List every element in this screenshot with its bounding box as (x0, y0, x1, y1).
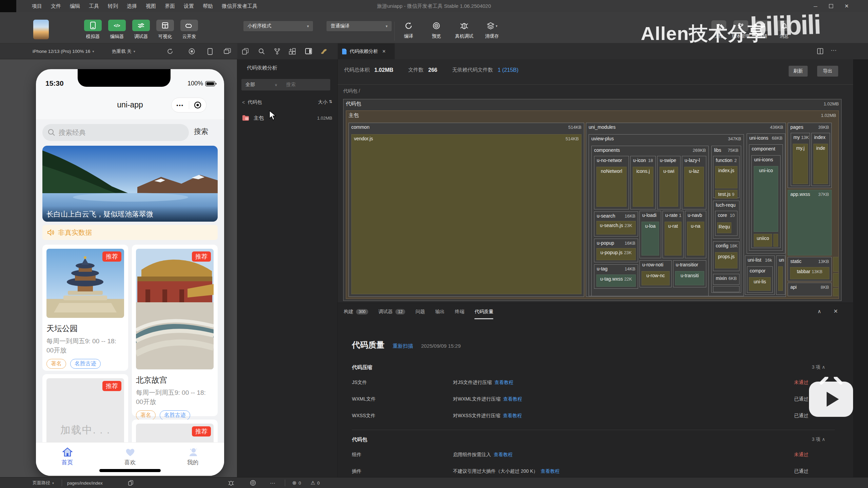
console-tab[interactable]: 构建300 (344, 303, 368, 321)
miniprogram-capsule[interactable]: ••• (171, 98, 206, 113)
filter-bar[interactable]: 全部 ∨ 搜索 (241, 79, 330, 90)
record-icon[interactable] (189, 48, 195, 55)
page-path-select[interactable]: 页面路径 ▾ (33, 477, 54, 488)
treemap-node-icons.j[interactable]: icons.j (633, 167, 653, 207)
menu-item[interactable]: 界面 (165, 3, 175, 9)
menu-item[interactable]: 项目 (32, 3, 42, 9)
visualization-toggle[interactable]: 可视化 (156, 20, 175, 40)
attraction-card[interactable]: 推荐 天坛公园 每周一到周五9: 00 -- 18: 00开放 著名 名胜古迹 (42, 245, 128, 371)
search-icon[interactable] (258, 48, 265, 55)
menu-item[interactable]: 微信开发者工具 (222, 3, 257, 9)
treemap-node-app.wxss[interactable]: app.wxss37KB (788, 190, 832, 256)
details-button[interactable]: 详情 (755, 20, 771, 39)
bug-icon[interactable] (228, 477, 234, 488)
rescan-link[interactable]: 重新扫描 (393, 343, 413, 349)
treemap-node-unnamed[interactable] (833, 273, 839, 287)
treemap-node-u-laz[interactable]: u-laz (684, 167, 704, 207)
layout-panel-icon[interactable] (305, 48, 312, 54)
tutorial-link[interactable]: 查看教程 (503, 396, 522, 402)
section-collapse[interactable]: 3 项 ∧ (812, 436, 825, 443)
warning-counter[interactable]: ⚠ 0 (311, 477, 320, 488)
treemap-node-vendor.js[interactable]: vendor.js514KB (351, 134, 581, 294)
project-avatar[interactable] (33, 20, 49, 39)
multi-window-icon[interactable] (224, 48, 231, 54)
simulator-toggle[interactable]: 模拟器 (83, 20, 102, 40)
tutorial-link[interactable]: 查看教程 (503, 413, 522, 418)
treemap-node-u-transiti[interactable]: u-transiti (675, 271, 704, 285)
treemap-node-unnamed[interactable] (773, 234, 778, 247)
search-placeholder[interactable]: 搜索 (286, 82, 296, 88)
tab-mine[interactable]: 我的 (161, 443, 224, 476)
minimize-button[interactable]: ─ (808, 0, 823, 12)
more-icon[interactable]: ⋯ (831, 47, 836, 54)
menu-item[interactable]: 设置 (184, 3, 194, 9)
copy-icon[interactable] (128, 477, 133, 488)
search-button[interactable]: 搜索 (194, 127, 208, 136)
console-tab[interactable]: 问题 (415, 303, 425, 321)
tab-dependency-analysis[interactable]: 代码依赖分析 ✕ (338, 43, 395, 59)
treemap-node-index.js[interactable]: index.js (715, 166, 737, 188)
banner-image[interactable]: 长白山上白云飞，疑似瑶池落翠微 (42, 146, 218, 222)
maximize-button[interactable] (823, 0, 839, 12)
theme-brush-icon[interactable] (320, 48, 327, 54)
treemap-node-u-loa[interactable]: u-loa (642, 222, 659, 256)
console-tab[interactable]: 调试器12 (378, 303, 405, 321)
console-tab[interactable]: 终端 (455, 303, 464, 321)
hot-reload-select[interactable]: 热重载 关 ▾ (112, 43, 135, 59)
treemap-node-api[interactable]: api8KB (788, 283, 832, 296)
close-tab-icon[interactable]: ✕ (382, 49, 386, 54)
collapse-panel-icon[interactable]: ∧ (817, 308, 821, 314)
split-editor-icon[interactable] (817, 48, 823, 54)
treemap-node-uniico[interactable]: uniico (754, 234, 772, 247)
attraction-card[interactable]: 推荐 北京故宫 每周一到周五9: 00 -- 18: 00开放 著名 名胜古迹 (132, 245, 218, 416)
menu-item[interactable]: 转到 (108, 3, 118, 9)
upload-button[interactable]: 上传 (711, 20, 727, 39)
no-dependency-files-link[interactable]: 1 (215B) (498, 67, 518, 73)
refresh-button[interactable]: 刷新 (789, 66, 808, 77)
more-icon[interactable]: ⋯ (270, 477, 275, 488)
menu-item[interactable]: 视图 (146, 3, 156, 9)
compile-mode-select[interactable]: 普通编译 ▾ (327, 21, 392, 31)
filter-select[interactable]: 全部 (245, 82, 255, 88)
treemap-node-mixin[interactable]: mixin6KB (713, 274, 739, 285)
extensions-icon[interactable] (289, 48, 296, 55)
treemap-node-Requ[interactable]: Requ (717, 222, 731, 233)
device-select[interactable]: iPhone 12/13 (Pro) 100% 16 ▾ (33, 43, 94, 59)
back-icon[interactable]: < (242, 100, 245, 105)
export-button[interactable]: 导出 (817, 66, 838, 77)
cloud-dev-toggle[interactable]: 云开发 (180, 20, 199, 40)
tab-home[interactable]: 首页 (36, 443, 99, 476)
treemap-node-u-rat[interactable]: u-rat (665, 222, 682, 256)
remote-debug-button[interactable]: 真机调试 (454, 20, 474, 39)
fork-icon[interactable] (274, 48, 280, 55)
menu-item[interactable]: 帮助 (203, 3, 213, 9)
compile-button[interactable]: 编译 (399, 20, 418, 39)
console-tab[interactable]: 代码质量 (474, 303, 493, 321)
menu-item[interactable]: 工具 (89, 3, 99, 9)
device-frame-icon[interactable] (208, 48, 213, 55)
treemap-node-u-row-nc[interactable]: u-row-nc (642, 271, 670, 285)
eye-icon[interactable] (250, 477, 256, 488)
treemap-node-u-tag.wxss[interactable]: u-tag.wxss22K (596, 274, 636, 287)
treemap-node-noNetworl[interactable]: noNetworl (596, 167, 627, 207)
more-icon[interactable]: ••• (172, 102, 189, 108)
treemap-node-uni-lis[interactable]: uni-lis (749, 277, 771, 291)
error-counter[interactable]: ⊗ 0 (292, 477, 301, 488)
search-input[interactable]: 搜索经典 (42, 124, 189, 141)
console-tab[interactable]: 输出 (435, 303, 445, 321)
messages-button[interactable]: 消息 (776, 20, 792, 39)
treemap-node-u-popup.js[interactable]: u-popup.js23K (596, 248, 636, 260)
version-control-button[interactable]: 版本管理 (732, 20, 750, 39)
treemap-node-props.js[interactable]: props.js (715, 252, 737, 268)
treemap-node-uni-ico[interactable]: uni-ico (754, 166, 778, 232)
notice-bar[interactable]: 非真实数据 (42, 225, 218, 240)
treemap-breadcrumb[interactable]: 代码包 / (343, 88, 360, 94)
close-button[interactable]: ✕ (839, 0, 854, 12)
preview-button[interactable]: 预览 (427, 20, 446, 39)
sort-control[interactable]: 大小⇅ (318, 99, 332, 105)
treemap-node-u-swi[interactable]: u-swi (659, 167, 678, 207)
treemap-node-unnamed[interactable] (713, 286, 739, 292)
close-target-icon[interactable] (189, 101, 206, 109)
menu-item[interactable]: 编辑 (70, 3, 80, 9)
menu-item[interactable]: 文件 (51, 3, 61, 9)
